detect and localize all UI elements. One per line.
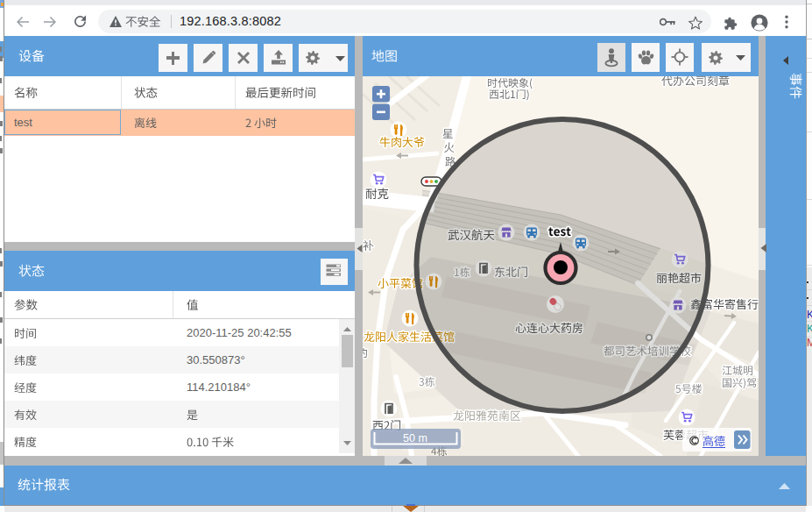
svg-text:50 m: 50 m (403, 432, 427, 444)
